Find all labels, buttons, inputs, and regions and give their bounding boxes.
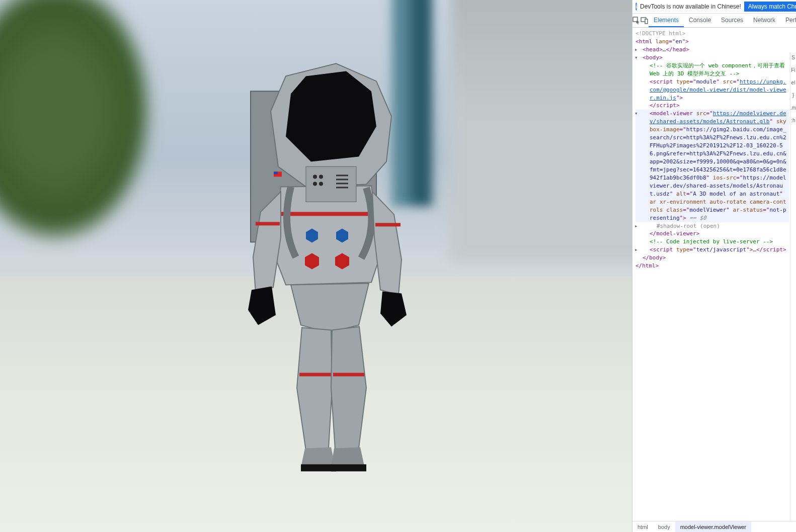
crumb-html[interactable]: html bbox=[632, 521, 653, 532]
svg-point-5 bbox=[319, 182, 323, 186]
device-toolbar-icon[interactable] bbox=[641, 14, 649, 27]
tab-console[interactable]: Console bbox=[684, 14, 716, 27]
expander-icon[interactable]: ▸ bbox=[634, 46, 640, 54]
background-tree bbox=[0, 0, 151, 241]
info-icon: i bbox=[635, 3, 637, 11]
tab-performance[interactable]: Perform bbox=[780, 14, 796, 27]
tab-network[interactable]: Network bbox=[748, 14, 780, 27]
expander-icon[interactable]: ▾ bbox=[634, 54, 640, 62]
inspect-element-icon[interactable] bbox=[632, 14, 641, 27]
devtools-panel: i DevTools is now available in Chinese! … bbox=[632, 0, 796, 532]
svg-rect-10 bbox=[279, 212, 379, 216]
tab-sources[interactable]: Sources bbox=[716, 14, 748, 27]
svg-point-3 bbox=[319, 174, 323, 179]
svg-rect-19 bbox=[333, 373, 364, 376]
devtools-tabs: Elements Console Sources Network Perform bbox=[649, 14, 796, 27]
expander-icon[interactable]: ▸ bbox=[634, 246, 640, 254]
svg-rect-22 bbox=[274, 171, 278, 174]
match-lang-button[interactable]: Always match Chrome's lang bbox=[744, 2, 796, 12]
svg-rect-6 bbox=[336, 174, 348, 176]
svg-rect-18 bbox=[301, 464, 336, 471]
devtools-toolbar: Elements Console Sources Network Perform bbox=[632, 14, 796, 28]
svg-rect-20 bbox=[331, 464, 366, 471]
svg-rect-8 bbox=[336, 183, 348, 184]
elements-dom-tree[interactable]: <!DOCTYPE html> <html lang="en"> ▸<head>… bbox=[632, 28, 796, 521]
dom-breadcrumb: html body model-viewer.modelViewer bbox=[632, 521, 796, 532]
devtools-info-bar: i DevTools is now available in Chinese! … bbox=[632, 0, 796, 14]
styles-sidebar-collapsed[interactable]: S Fi el } .m :h bbox=[790, 53, 796, 521]
svg-rect-17 bbox=[299, 373, 331, 376]
model-viewer-viewport[interactable] bbox=[0, 0, 632, 532]
dom-doctype: <!DOCTYPE html> bbox=[635, 30, 685, 37]
svg-rect-15 bbox=[256, 222, 280, 225]
crumb-body[interactable]: body bbox=[653, 521, 675, 532]
astronaut-model[interactable] bbox=[155, 36, 477, 478]
svg-point-4 bbox=[313, 182, 317, 186]
expander-icon[interactable]: ▾ bbox=[634, 110, 640, 118]
background-building bbox=[451, 0, 632, 261]
infobar-text: DevTools is now available in Chinese! bbox=[640, 3, 741, 10]
svg-rect-7 bbox=[336, 179, 348, 180]
expander-icon[interactable]: ▸ bbox=[634, 222, 640, 230]
dom-selected-node[interactable]: ⋯ ▾ <model-viewer src="https://modelview… bbox=[635, 110, 789, 222]
svg-rect-25 bbox=[645, 19, 648, 24]
tab-elements[interactable]: Elements bbox=[649, 14, 684, 27]
svg-point-2 bbox=[313, 174, 317, 179]
svg-rect-9 bbox=[336, 187, 348, 188]
svg-rect-16 bbox=[375, 223, 401, 226]
crumb-model-viewer[interactable]: model-viewer.modelViewer bbox=[675, 521, 751, 532]
